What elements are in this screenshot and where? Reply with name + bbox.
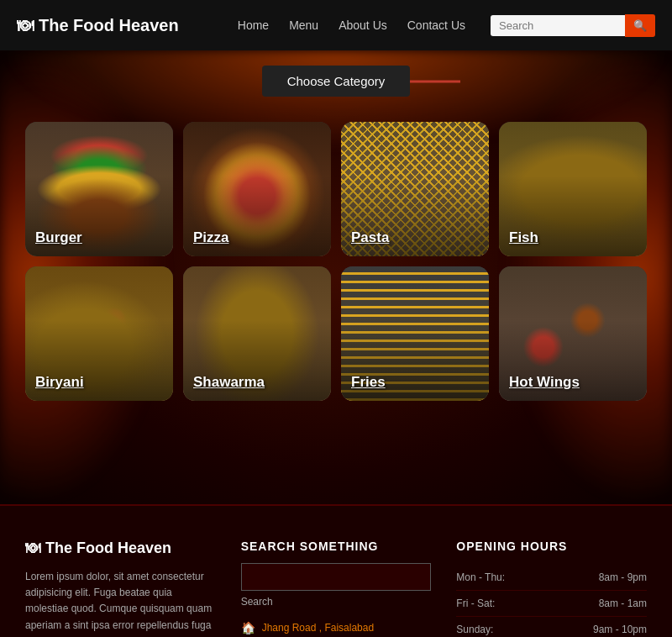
food-grid: Burger Pizza Pasta Fish Biryani Shawarma…: [0, 113, 672, 426]
footer-search-label: Search: [241, 596, 432, 608]
hours-day: Sunday:: [456, 624, 493, 635]
contact-info: 🏠 Jhang Road , Faisalabad ✉ info@example…: [241, 621, 432, 637]
logo: 🍽 The Food Heaven: [17, 16, 179, 35]
footer-search-title: SEARCH SOMETHING: [241, 540, 432, 553]
nav-contact[interactable]: Contact Us: [407, 18, 465, 32]
hours-time: 8am - 1am: [599, 598, 647, 609]
food-label-biryani: Biryani: [35, 374, 84, 391]
food-card-pizza[interactable]: Pizza: [183, 122, 331, 256]
logo-icon: 🍽: [17, 16, 34, 35]
hours-time: 9am - 10pm: [593, 624, 647, 635]
nav-home[interactable]: Home: [238, 18, 269, 32]
hours-row: Sunday: 9am - 10pm: [456, 617, 647, 637]
food-card-hotwings[interactable]: Hot Wings: [499, 266, 647, 401]
food-card-biryani[interactable]: Biryani: [25, 266, 173, 401]
food-card-shawarma[interactable]: Shawarma: [183, 266, 331, 401]
food-label-shawarma: Shawarma: [193, 374, 265, 391]
header-search: 🔍: [491, 14, 655, 37]
footer-logo: 🍽 The Food Heaven: [25, 540, 216, 557]
contact-icon: 🏠: [241, 621, 255, 634]
contact-text: Jhang Road , Faisalabad: [262, 622, 374, 634]
nav-menu[interactable]: Menu: [289, 18, 318, 32]
footer-logo-text: The Food Heaven: [45, 540, 171, 557]
hours-time: 8am - 9pm: [599, 571, 647, 583]
footer-description: Lorem ipsum dolor, sit amet consectetur …: [25, 569, 216, 637]
food-label-fish: Fish: [509, 229, 538, 246]
footer-hours-title: OPENING HOURS: [456, 540, 647, 553]
search-input[interactable]: [491, 15, 625, 36]
search-button[interactable]: 🔍: [625, 14, 655, 37]
hours-row: Mon - Thu: 8am - 9pm: [456, 565, 647, 591]
logo-text: The Food Heaven: [39, 16, 179, 35]
hours-day: Mon - Thu:: [456, 571, 505, 583]
hours-row: Fri - Sat: 8am - 1am: [456, 591, 647, 617]
food-label-pasta: Pasta: [351, 229, 389, 246]
food-card-fish[interactable]: Fish: [499, 122, 647, 256]
hours-day: Fri - Sat:: [456, 598, 495, 609]
footer-search-section: SEARCH SOMETHING Search 🏠 Jhang Road , F…: [241, 540, 432, 637]
footer-brand: 🍽 The Food Heaven Lorem ipsum dolor, sit…: [25, 540, 216, 637]
food-label-pizza: Pizza: [193, 229, 229, 246]
choose-category-button[interactable]: Choose Category: [262, 66, 411, 97]
hours-table: Mon - Thu: 8am - 9pm Fri - Sat: 8am - 1a…: [456, 565, 647, 637]
main-nav: Home Menu About Us Contact Us: [238, 18, 465, 32]
nav-about[interactable]: About Us: [339, 18, 387, 32]
footer-logo-icon: 🍽: [25, 540, 40, 557]
contact-row: 🏠 Jhang Road , Faisalabad: [241, 621, 432, 634]
food-label-fries: Fries: [351, 374, 386, 391]
food-card-burger[interactable]: Burger: [25, 122, 173, 256]
footer-search-input[interactable]: [241, 563, 432, 591]
food-label-hotwings: Hot Wings: [509, 374, 580, 391]
category-bar: Choose Category: [0, 50, 672, 113]
food-card-pasta[interactable]: Pasta: [341, 122, 489, 256]
footer-hours-section: OPENING HOURS Mon - Thu: 8am - 9pm Fri -…: [456, 540, 647, 637]
site-header: 🍽 The Food Heaven Home Menu About Us Con…: [0, 0, 672, 50]
food-card-fries[interactable]: Fries: [341, 266, 489, 401]
site-footer: 🍽 The Food Heaven Lorem ipsum dolor, sit…: [0, 504, 672, 637]
food-label-burger: Burger: [35, 229, 82, 246]
hero-section: Choose Category Burger Pizza Pasta Fish …: [0, 50, 672, 504]
